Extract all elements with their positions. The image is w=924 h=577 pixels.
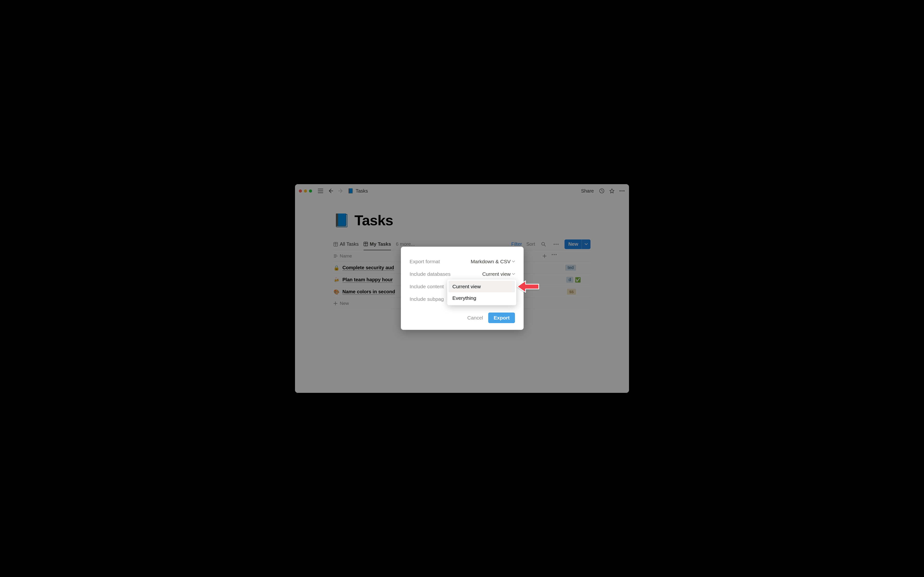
include-databases-label: Include databases — [410, 271, 451, 277]
export-format-label: Export format — [410, 259, 440, 264]
chevron-down-icon — [512, 273, 515, 275]
include-databases-text: Current view — [482, 271, 510, 277]
export-format-row: Export format Markdown & CSV — [410, 255, 515, 268]
cancel-button[interactable]: Cancel — [467, 315, 483, 321]
modal-actions: Cancel Export — [410, 313, 515, 323]
chevron-down-icon — [512, 261, 515, 263]
export-format-text: Markdown & CSV — [471, 259, 510, 264]
export-format-value[interactable]: Markdown & CSV — [471, 259, 515, 264]
dropdown-option-everything[interactable]: Everything — [449, 292, 515, 304]
include-databases-row: Include databases Current view — [410, 268, 515, 280]
include-content-label: Include content — [410, 284, 444, 290]
include-databases-dropdown: Current view Everything — [447, 279, 516, 305]
dropdown-option-current-view[interactable]: Current view — [449, 281, 515, 292]
include-databases-value[interactable]: Current view — [482, 271, 515, 277]
export-button[interactable]: Export — [488, 313, 515, 323]
include-subpages-label: Include subpag — [410, 296, 444, 302]
